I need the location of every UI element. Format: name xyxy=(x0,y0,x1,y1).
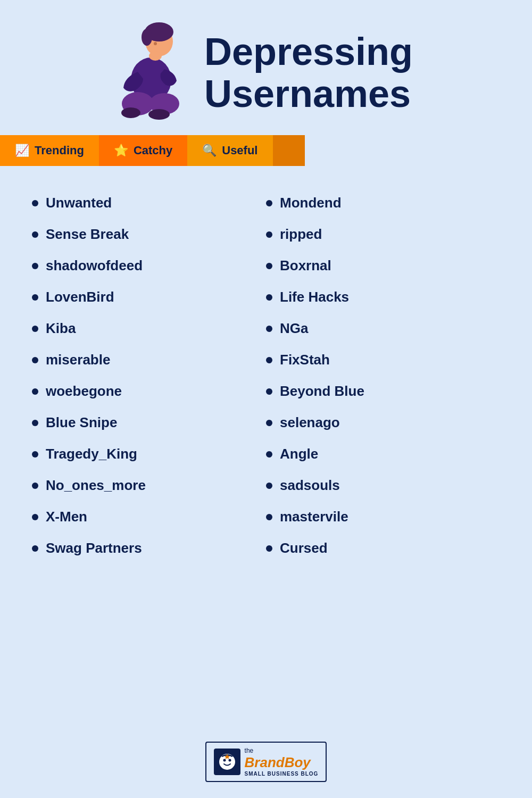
list-item: Mondend xyxy=(266,187,500,219)
bullet-icon xyxy=(266,294,272,301)
trending-icon: 📈 xyxy=(15,144,29,157)
bullet-icon xyxy=(32,388,38,395)
username-label: FixStah xyxy=(280,352,330,368)
bullet-icon xyxy=(266,420,272,426)
brand-accent: Boy xyxy=(285,754,311,770)
svg-point-2 xyxy=(142,29,152,46)
username-label: Unwanted xyxy=(46,195,112,211)
username-label: No_ones_more xyxy=(46,477,146,494)
svg-point-5 xyxy=(149,51,162,61)
brandboy-name: BrandBoy xyxy=(245,754,319,771)
bullet-icon xyxy=(266,388,272,395)
list-item: LovenBird xyxy=(32,281,266,313)
list-item: NGa xyxy=(266,313,500,344)
list-item: Cursed xyxy=(266,533,500,564)
bullet-icon xyxy=(32,200,38,206)
bullet-icon xyxy=(266,263,272,269)
svg-point-9 xyxy=(148,109,170,120)
bullet-icon xyxy=(32,357,38,363)
bullet-icon xyxy=(266,451,272,458)
username-label: sadsouls xyxy=(280,477,340,494)
username-label: Angle xyxy=(280,446,318,462)
brandboy-text: the BrandBoy SMALL BUSINESS BLOG xyxy=(245,747,319,777)
tab-catchy[interactable]: ⭐ Catchy xyxy=(99,135,187,166)
username-label: Boxrnal xyxy=(280,257,331,274)
bullet-icon xyxy=(32,263,38,269)
bullet-icon xyxy=(266,483,272,489)
bullet-icon xyxy=(32,294,38,301)
illustration xyxy=(109,21,194,124)
bullet-icon xyxy=(266,231,272,238)
username-label: Beyond Blue xyxy=(280,383,364,400)
right-column: MondendrippedBoxrnalLife HacksNGaFixStah… xyxy=(266,187,500,564)
username-label: LovenBird xyxy=(46,289,114,305)
username-label: mastervile xyxy=(280,509,348,525)
page-header: Depressing Usernames xyxy=(0,0,532,135)
tab-trending[interactable]: 📈 Trending xyxy=(0,135,99,166)
username-label: Blue Snipe xyxy=(46,414,117,431)
list-item: woebegone xyxy=(32,376,266,407)
brand-plain: Brand xyxy=(245,754,285,770)
username-label: Mondend xyxy=(280,195,342,211)
username-label: Sense Break xyxy=(46,226,129,243)
useful-icon: 🔍 xyxy=(202,144,217,157)
bullet-icon xyxy=(32,231,38,238)
tab-trending-label: Trending xyxy=(35,144,84,157)
brandboy-the: the xyxy=(245,747,319,754)
username-label: ripped xyxy=(280,226,322,243)
list-item: Sense Break xyxy=(32,219,266,250)
bullet-icon xyxy=(266,200,272,206)
list-item: Tragedy_King xyxy=(32,438,266,470)
list-item: X-Men xyxy=(32,501,266,533)
username-label: miserable xyxy=(46,352,110,368)
bullet-icon xyxy=(32,545,38,552)
catchy-icon: ⭐ xyxy=(114,144,128,157)
svg-point-11 xyxy=(223,759,226,762)
list-item: selenago xyxy=(266,407,500,438)
username-label: Swag Partners xyxy=(46,540,142,556)
footer: the BrandBoy SMALL BUSINESS BLOG xyxy=(205,726,327,798)
brandboy-tagline: SMALL BUSINESS BLOG xyxy=(245,771,319,777)
tab-useful[interactable]: 🔍 Useful xyxy=(187,135,272,166)
tabs-bar: 📈 Trending ⭐ Catchy 🔍 Useful xyxy=(0,135,532,166)
svg-point-3 xyxy=(154,42,157,45)
bullet-icon xyxy=(266,545,272,552)
tab-extra xyxy=(273,135,305,166)
list-item: Swag Partners xyxy=(32,533,266,564)
list-item: mastervile xyxy=(266,501,500,533)
username-label: Tragedy_King xyxy=(46,446,137,462)
bullet-icon xyxy=(32,514,38,520)
list-item: Angle xyxy=(266,438,500,470)
list-item: Life Hacks xyxy=(266,281,500,313)
bullet-icon xyxy=(266,357,272,363)
list-item: ripped xyxy=(266,219,500,250)
bullet-icon xyxy=(266,514,272,520)
bullet-icon xyxy=(32,483,38,489)
list-item: No_ones_more xyxy=(32,470,266,501)
username-label: selenago xyxy=(280,414,340,431)
tab-useful-label: Useful xyxy=(222,144,257,157)
username-label: NGa xyxy=(280,320,308,337)
bullet-icon xyxy=(32,326,38,332)
list-item: Beyond Blue xyxy=(266,376,500,407)
left-column: UnwantedSense BreakshadowofdeedLovenBird… xyxy=(32,187,266,564)
username-label: X-Men xyxy=(46,509,87,525)
brandboy-icon xyxy=(214,749,240,775)
list-item: Boxrnal xyxy=(266,250,500,281)
page-title: Depressing Usernames xyxy=(204,31,413,115)
list-item: Kiba xyxy=(32,313,266,344)
svg-point-8 xyxy=(121,107,140,118)
brandboy-logo: the BrandBoy SMALL BUSINESS BLOG xyxy=(205,742,327,782)
username-label: Cursed xyxy=(280,540,328,556)
username-label: Kiba xyxy=(46,320,76,337)
list-item: Unwanted xyxy=(32,187,266,219)
tab-catchy-label: Catchy xyxy=(134,144,172,157)
bullet-icon xyxy=(266,326,272,332)
username-label: woebegone xyxy=(46,383,122,400)
username-label: Life Hacks xyxy=(280,289,349,305)
list-item: shadowofdeed xyxy=(32,250,266,281)
content-area: UnwantedSense BreakshadowofdeedLovenBird… xyxy=(0,177,532,575)
list-item: sadsouls xyxy=(266,470,500,501)
bullet-icon xyxy=(32,420,38,426)
username-label: shadowofdeed xyxy=(46,257,143,274)
